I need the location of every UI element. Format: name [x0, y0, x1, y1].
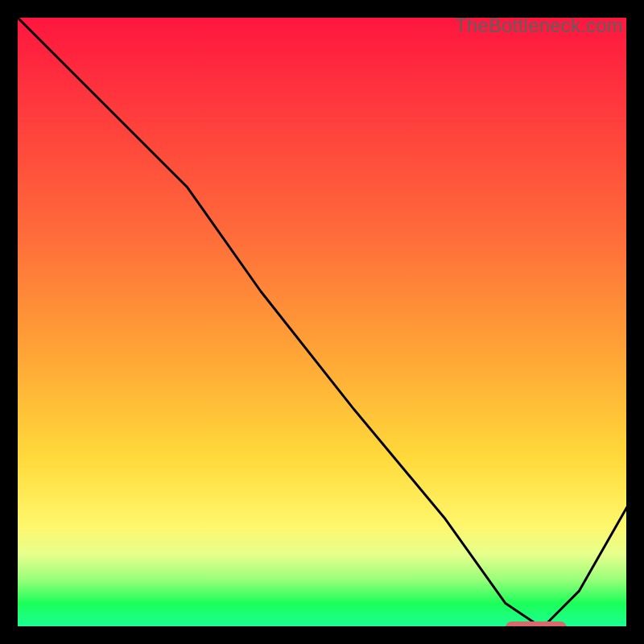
- watermark-text: TheBottleneck.com: [455, 14, 623, 37]
- bottleneck-curve: [16, 16, 628, 628]
- plot-layer: [16, 16, 628, 628]
- chart-frame: TheBottleneck.com: [16, 16, 628, 628]
